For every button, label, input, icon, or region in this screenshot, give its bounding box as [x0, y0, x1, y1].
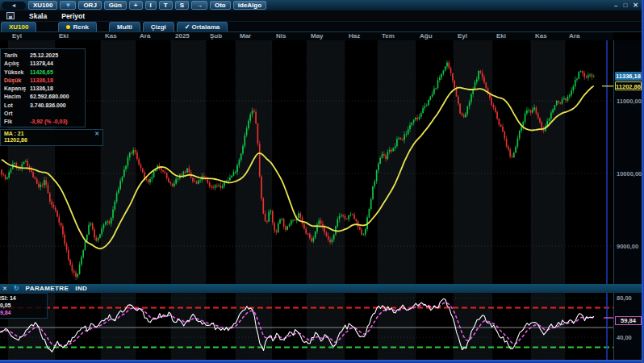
month-label: Ara: [140, 32, 150, 40]
info-row-label: Düşük: [4, 77, 30, 85]
info-row-label: Hacim: [4, 93, 30, 101]
info-row: Düşük11336,18: [4, 77, 85, 85]
ind-button[interactable]: IND: [75, 285, 87, 292]
multi-button[interactable]: Multi: [109, 22, 140, 31]
color-button-label: Renk: [73, 23, 89, 31]
rsi-period-label: RSI: 14: [0, 294, 44, 302]
month-label: Eyl: [12, 32, 22, 40]
month-label: Ara: [569, 32, 579, 40]
rsi-bands: [8, 293, 596, 360]
t-button[interactable]: T: [159, 1, 173, 10]
color-button[interactable]: Renk: [58, 22, 97, 31]
month-label: Tem: [382, 32, 395, 40]
rsi-current-label: 59,84: [615, 316, 642, 325]
info-row-label: Ort: [4, 110, 30, 118]
last-price-label: 11336,18: [615, 72, 642, 81]
ma-price-label: 11202,86: [615, 81, 642, 90]
rsi-signal-line: [0, 302, 594, 346]
info-row-label: Yüksek: [4, 69, 30, 77]
month-label: Haz: [349, 32, 360, 40]
window-controls: –□✕: [614, 0, 638, 10]
arrow-right-button[interactable]: →: [191, 1, 207, 10]
month-label: Mar: [240, 32, 251, 40]
info-row: Fik-3,92 (% -0,03): [4, 118, 85, 126]
candles-layer: [1, 60, 594, 280]
info-row-label: Kapanış: [4, 85, 30, 93]
info-row: Kapanış11336,18: [4, 85, 85, 93]
month-label: Eki: [59, 32, 69, 40]
rsi-axis: 80,00 59,84 40,00: [613, 293, 642, 360]
info-row-value: 25.12.2025: [30, 52, 58, 58]
rsi-axis-40: 40,00: [617, 334, 632, 341]
info-row: Yüksek11426,65: [4, 69, 85, 77]
price-axis: 11336,18 11202,86 11000,0010000,009000,0…: [613, 40, 642, 284]
plus-button[interactable]: +: [129, 1, 143, 10]
info-row-value: 62.592.680.000: [30, 94, 69, 99]
info-row-value: 11336,18: [30, 77, 53, 83]
info-row: Açılış11378,44: [4, 60, 85, 68]
oto-button[interactable]: Oto: [210, 1, 231, 10]
menu-item-periyot[interactable]: Periyot: [61, 12, 85, 20]
window-bottom-border: [0, 360, 644, 363]
toolbar-buttons: XU100▼ORJGün+ITS→OtoideAlgo: [28, 1, 266, 10]
gun-button[interactable]: Gün: [104, 1, 127, 10]
month-label: Nis: [276, 32, 286, 40]
rsi-overlay: RSI: 14 60,05 59,84: [0, 293, 48, 319]
ma-indicator-box: MA : 21 ✕ 11202,86: [0, 129, 103, 146]
price-axis-label: 9000,00: [617, 243, 638, 250]
s-button[interactable]: S: [175, 1, 189, 10]
symbol-button[interactable]: XU100: [28, 1, 57, 10]
info-row: Lot3.740.836.000: [4, 102, 85, 110]
info-row-value: 11426,65: [30, 69, 53, 75]
indicator-close-icon[interactable]: ✕: [2, 286, 7, 292]
ma-label: MA : 21: [4, 131, 24, 137]
menu-row: Skala Periyot: [0, 10, 644, 22]
tab-xu100[interactable]: XU100: [1, 22, 36, 31]
menu-item-skala[interactable]: Skala: [29, 12, 47, 20]
price-axis-label: 11000,00: [617, 98, 642, 105]
i-button[interactable]: I: [145, 1, 157, 10]
parametre-button[interactable]: PARAMETRE: [26, 285, 69, 292]
ma-value: 11202,86: [4, 137, 99, 143]
info-row: Ort: [4, 110, 85, 118]
rsi-axis-80: 80,00: [617, 294, 632, 302]
color-dot-icon: [66, 25, 70, 29]
month-label: Ağu: [420, 32, 433, 40]
rsi-signal-value: 59,84: [0, 309, 44, 316]
price-axis-label: 10000,00: [617, 170, 642, 177]
check-icon: ✓: [185, 23, 190, 31]
save-icon[interactable]: [6, 12, 15, 19]
info-row-label: Lot: [4, 102, 30, 110]
month-label: 2025: [175, 32, 190, 40]
price-chart-plot[interactable]: [0, 40, 613, 284]
back-icon[interactable]: ◄: [2, 2, 26, 10]
ma-close-icon[interactable]: ✕: [94, 131, 99, 137]
info-row-value: 11378,44: [30, 60, 53, 66]
rsi-line: [0, 298, 594, 352]
rsi-plot[interactable]: [0, 293, 613, 360]
indicator-header: ✕ ↻ PARAMETRE IND: [0, 284, 644, 293]
month-label: Kas: [105, 32, 117, 40]
minimize-button[interactable]: –: [614, 0, 617, 10]
idealgo-button[interactable]: ideAlgo: [233, 1, 266, 10]
month-axis: EylEkiKasAra2025ŞubMarNisMayHazTemAğuEyl…: [0, 32, 613, 40]
top-toolbar: ◄ XU100▼ORJGün+ITS→OtoideAlgo –□✕: [0, 0, 644, 10]
info-row-value: 3.740.836.000: [30, 102, 66, 108]
info-row-value: 11336,18: [30, 86, 53, 91]
month-label: Şub: [210, 32, 222, 40]
info-row: Hacim62.592.680.000: [4, 93, 85, 101]
info-row-label: Fik: [4, 118, 30, 126]
close-button[interactable]: ✕: [633, 0, 638, 10]
info-row-value: -3,92 (% -0,03): [30, 119, 68, 124]
ortalama-toggle[interactable]: ✓ Ortalama: [177, 22, 228, 31]
down-arrow-button[interactable]: ▼: [60, 1, 76, 10]
app-window: ◄ XU100▼ORJGün+ITS→OtoideAlgo –□✕ Skala …: [0, 0, 644, 363]
cizgi-button[interactable]: Çizgi: [143, 22, 174, 31]
month-label: Eyl: [458, 32, 467, 40]
maximize-button[interactable]: □: [623, 0, 627, 10]
refresh-icon[interactable]: ↻: [14, 285, 19, 292]
orj-button[interactable]: ORJ: [78, 1, 101, 10]
rsi-value: 60,05: [0, 302, 44, 309]
ohlc-info-panel: Tarih25.12.2025Açılış11378,44Yüksek11426…: [0, 48, 86, 127]
tab-row: XU100 Renk Multi Çizgi ✓ Ortalama: [0, 22, 644, 32]
